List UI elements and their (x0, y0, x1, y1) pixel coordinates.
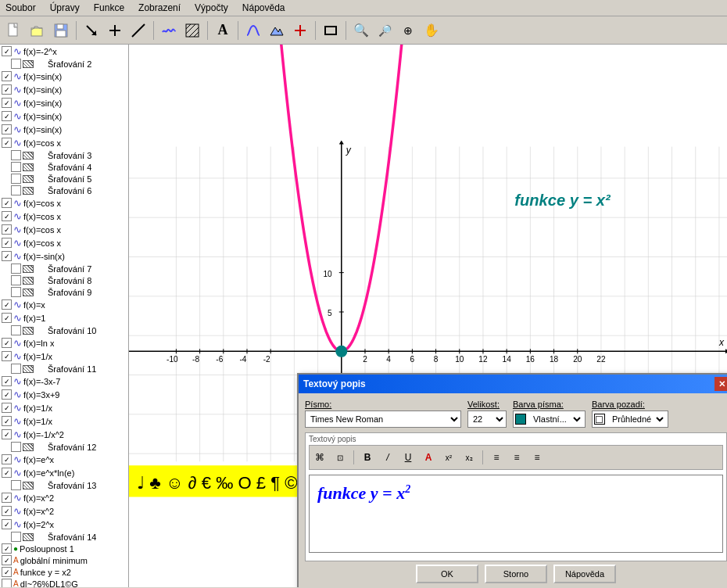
sidebar-checkbox[interactable]: ✓ (2, 198, 12, 208)
sidebar-item[interactable]: ✓∿f(x)=1/x (0, 401, 128, 414)
sidebar-item[interactable]: Šrafování 7 (0, 263, 128, 274)
font-select[interactable]: Times New Roman Arial Courier New (305, 411, 461, 428)
sidebar-item[interactable]: ✓∿f(x)=cos x (0, 223, 128, 236)
hatch-button[interactable] (181, 20, 203, 41)
sidebar-item[interactable]: Šrafování 8 (0, 274, 128, 286)
sidebar-item[interactable]: ✓∿f(x)=-sin(x) (0, 249, 128, 263)
sidebar-checkbox[interactable]: ✓ (2, 567, 12, 577)
sidebar-checkbox[interactable]: ✓ (2, 351, 12, 361)
font-color-button[interactable]: A (420, 449, 437, 466)
sidebar-item[interactable]: ✓∿f(x)=-3x-7 (0, 375, 128, 388)
sidebar-item[interactable]: ✓∿f(x)=cos x (0, 236, 128, 249)
sidebar-item[interactable]: Šrafování 5 (0, 173, 128, 185)
sidebar-item[interactable]: ✓∿f(x)=1 (0, 311, 128, 324)
sidebar-item[interactable]: ✓∿f(x)=x^2 (0, 504, 128, 518)
sidebar-item[interactable]: ✓∿f(x)=-1/x^2 (0, 428, 128, 441)
sidebar-checkbox[interactable] (2, 579, 12, 587)
help-button[interactable]: Nápověda (553, 565, 616, 583)
sidebar-item[interactable]: ✓∿f(x)=x (0, 298, 128, 311)
sidebar-checkbox[interactable]: ✓ (2, 46, 12, 56)
sidebar-checkbox[interactable] (11, 174, 21, 184)
align-right-button[interactable]: ≡ (528, 449, 546, 466)
sidebar-checkbox[interactable]: ✓ (2, 403, 12, 413)
wave-button[interactable] (158, 20, 180, 41)
sidebar-item[interactable]: ✓∿f(x)=ln x (0, 336, 128, 350)
bg-color-select[interactable]: Průhledné (607, 411, 666, 428)
arrow-button[interactable] (81, 20, 102, 41)
sidebar-item[interactable]: Ad|~?6%DL1©G (0, 578, 128, 587)
sidebar-checkbox[interactable]: ✓ (2, 506, 12, 516)
sidebar-item[interactable]: Šrafování 6 (0, 185, 128, 196)
save-button[interactable] (50, 20, 72, 41)
align-center-button[interactable]: ≡ (508, 449, 525, 466)
sidebar-checkbox[interactable] (11, 532, 21, 542)
sidebar-checkbox[interactable]: ✓ (2, 519, 12, 529)
sidebar-item[interactable]: Šrafování 9 (0, 286, 128, 298)
sidebar-checkbox[interactable]: ✓ (2, 138, 12, 148)
sidebar-item[interactable]: ✓∿f(x)=2^x (0, 518, 128, 531)
sidebar-item[interactable]: ✓∿f(x)=x^2 (0, 491, 128, 504)
sidebar-checkbox[interactable]: ✓ (2, 376, 12, 386)
sidebar-checkbox[interactable]: ✓ (2, 224, 12, 235)
sidebar-item[interactable]: ✓∿f(x)=sin(x) (0, 109, 128, 123)
sidebar-item[interactable]: ✓∿f(x)=sin(x) (0, 83, 128, 96)
sidebar-item[interactable]: ✓Aglobální minimum (0, 554, 128, 566)
cancel-button[interactable]: Storno (485, 565, 547, 583)
sidebar-checkbox[interactable]: ✓ (2, 429, 12, 439)
sidebar-checkbox[interactable]: ✓ (2, 251, 12, 261)
sidebar-checkbox[interactable] (11, 185, 21, 195)
sidebar-item[interactable]: ✓∿f(x)=-2^x (0, 45, 128, 58)
open-button[interactable] (27, 20, 48, 41)
sidebar-checkbox[interactable]: ✓ (2, 468, 12, 478)
ok-button[interactable]: OK (416, 565, 478, 583)
sidebar-item[interactable]: ✓∿f(x)=3x+9 (0, 388, 128, 401)
sidebar-item[interactable]: ✓∿f(x)=e^x (0, 453, 128, 466)
sidebar-checkbox[interactable] (11, 442, 21, 452)
mountain-button[interactable] (266, 20, 288, 41)
sidebar-item[interactable]: ✓∿f(x)=cos x (0, 210, 128, 223)
sidebar-checkbox[interactable]: ✓ (2, 416, 12, 426)
sidebar-checkbox[interactable]: ✓ (2, 313, 12, 323)
cmd-button[interactable]: ⌘ (311, 449, 328, 466)
sidebar-item[interactable]: Šrafování 11 (0, 363, 128, 375)
pan-button[interactable]: ✋ (421, 20, 442, 41)
sidebar-checkbox[interactable] (11, 480, 21, 490)
sidebar-checkbox[interactable]: ✓ (2, 543, 12, 554)
sidebar-checkbox[interactable] (11, 162, 21, 172)
cross-button[interactable] (104, 20, 126, 41)
plus-button[interactable] (289, 20, 311, 41)
sidebar-checkbox[interactable]: ✓ (2, 299, 12, 310)
sidebar-item[interactable]: ✓∿f(x)=cos x (0, 196, 128, 210)
sidebar-checkbox[interactable] (11, 59, 21, 69)
sidebar-item[interactable]: Šrafování 13 (0, 479, 128, 491)
sidebar-item[interactable]: Šrafování 14 (0, 531, 128, 543)
menu-upravy[interactable]: Úpravy (48, 2, 82, 14)
bold-button[interactable]: B (359, 449, 376, 466)
sidebar-checkbox[interactable] (11, 325, 21, 335)
font-color-select[interactable]: Vlastní... (528, 411, 583, 428)
sidebar-item[interactable]: ✓∿f(x)=cos x (0, 136, 128, 149)
subscript-button[interactable]: x₂ (460, 449, 478, 466)
sidebar-item[interactable]: ✓∿f(x)=sin(x) (0, 123, 128, 136)
sidebar-checkbox[interactable] (11, 287, 21, 297)
dialog-close-button[interactable]: ✕ (714, 377, 727, 391)
sidebar-item[interactable]: Šrafování 10 (0, 324, 128, 336)
sidebar-item[interactable]: ✓∿f(x)=1/x (0, 350, 128, 363)
sidebar-checkbox[interactable]: ✓ (2, 454, 12, 464)
sidebar-checkbox[interactable]: ✓ (2, 493, 12, 503)
align-left-button[interactable]: ≡ (488, 449, 505, 466)
sidebar-checkbox[interactable]: ✓ (2, 555, 12, 565)
sidebar-checkbox[interactable] (11, 150, 21, 160)
underline-button[interactable]: U (399, 449, 417, 466)
sidebar-item[interactable]: ✓∿f(x)=1/x (0, 414, 128, 428)
sidebar-checkbox[interactable] (11, 275, 21, 285)
menu-soubor[interactable]: Soubor (3, 2, 38, 14)
sidebar-checkbox[interactable]: ✓ (2, 124, 12, 134)
italic-button[interactable]: / (379, 449, 396, 466)
sidebar-item[interactable]: Šrafování 4 (0, 161, 128, 173)
sidebar-item[interactable]: ✓●Posloupnost 1 (0, 543, 128, 554)
sidebar-checkbox[interactable]: ✓ (2, 84, 12, 95)
sidebar-item[interactable]: Šrafování 2 (0, 58, 128, 70)
text-button[interactable]: A (212, 20, 234, 41)
sidebar-item[interactable]: Šrafování 3 (0, 149, 128, 161)
